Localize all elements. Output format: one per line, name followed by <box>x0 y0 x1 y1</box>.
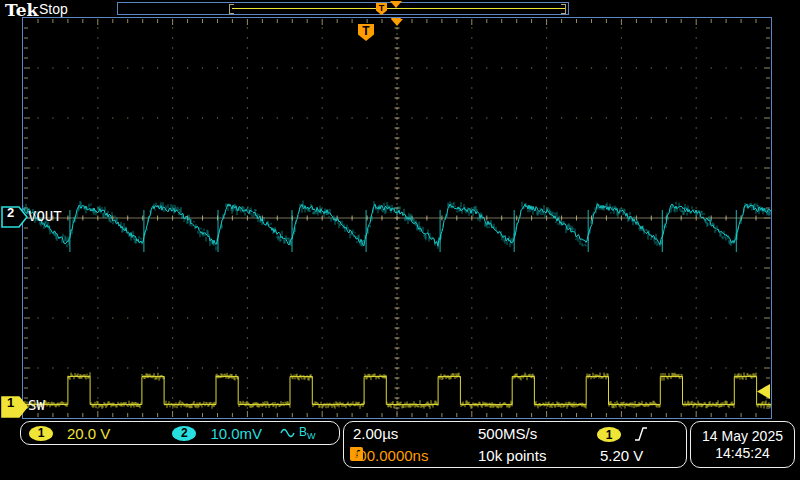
datetime-box: 14 May 2025 14:45:24 <box>690 421 795 468</box>
channel-readout-box: 1 20.0 V 2 10.0mV BW <box>20 421 340 445</box>
oscilloscope-screen: Tek Stop T T 2 VOUT 1 SW 1 20.0 V 2 10.0… <box>0 0 800 480</box>
trigger-position-icon <box>390 1 402 8</box>
ch1-waveform-label: SW <box>28 397 45 413</box>
trigger-level-arrow-icon <box>757 384 770 399</box>
rising-edge-icon <box>634 426 648 442</box>
ch2-badge: 2 <box>172 426 196 441</box>
waveform-display <box>23 18 771 418</box>
ch1-position-marker <box>1 394 28 420</box>
bandwidth-limit-icon: BW <box>299 425 316 441</box>
ch1-marker-number: 1 <box>7 395 14 410</box>
record-overview-bar: T <box>117 2 569 15</box>
horizontal-trigger-box: 2.00µs 500MS/s 1 T→800.0000ns 10k points… <box>343 421 687 468</box>
sample-rate: 500MS/s <box>478 425 537 442</box>
window-bracket-right <box>561 4 566 14</box>
ch2-marker-number: 2 <box>7 205 14 220</box>
time-per-div: 2.00µs <box>353 425 398 442</box>
trigger-position-badge-small: T <box>376 3 387 15</box>
acquisition-status: Stop <box>39 1 68 17</box>
ch1-badge: 1 <box>29 426 53 441</box>
ch1-scale: 20.0 V <box>67 425 110 442</box>
trigger-level: 5.20 V <box>600 447 643 464</box>
ch2-position-marker <box>1 204 28 230</box>
ac-coupling-icon <box>280 426 296 440</box>
trigger-source-badge: 1 <box>597 427 621 442</box>
ch2-scale: 10.0mV <box>210 425 262 442</box>
date-display: 14 May 2025 <box>702 428 783 445</box>
time-display: 14:45:24 <box>715 445 770 462</box>
window-bracket-left <box>229 4 234 14</box>
ch2-waveform-label: VOUT <box>28 208 62 224</box>
graticule <box>22 17 772 419</box>
record-length: 10k points <box>478 447 546 464</box>
